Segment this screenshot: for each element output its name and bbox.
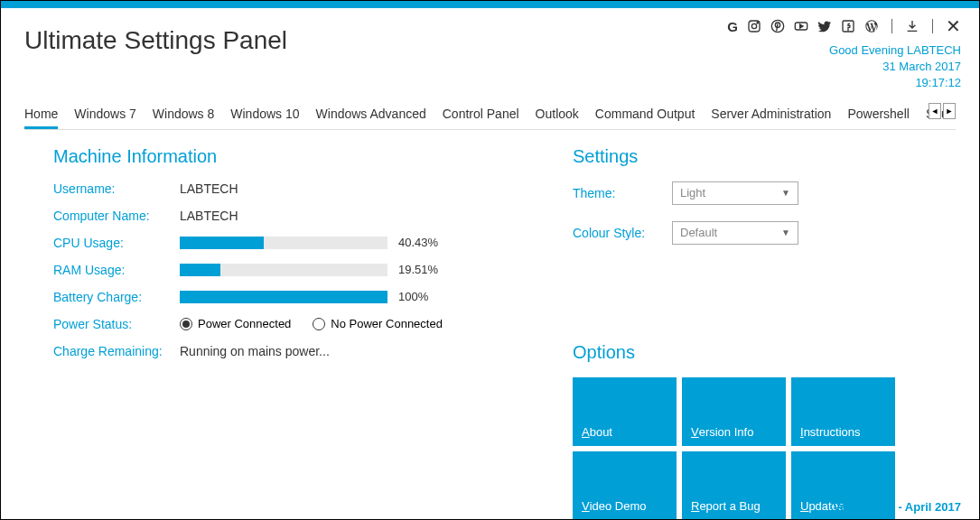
close-icon[interactable]: ✕ xyxy=(946,15,961,37)
colour-style-label: Colour Style: xyxy=(573,226,672,240)
battery-progress-bar xyxy=(180,291,387,303)
chevron-down-icon: ▼ xyxy=(781,228,790,237)
username-label: Username: xyxy=(53,181,180,196)
cpu-percent-text: 40.43% xyxy=(398,236,438,249)
instagram-icon[interactable] xyxy=(747,19,761,33)
twitter-icon[interactable] xyxy=(817,19,832,33)
version-text: Version 5.5 - April 2017 xyxy=(833,500,961,514)
greeting-date: 31 March 2017 xyxy=(727,59,961,75)
cpu-label: CPU Usage: xyxy=(53,236,180,250)
ram-progress-bar xyxy=(180,264,387,276)
charge-remaining-label: Charge Remaining: xyxy=(53,344,180,358)
theme-dropdown[interactable]: Light ▼ xyxy=(672,181,798,205)
option-tile-video-demo[interactable]: Video Demo xyxy=(573,451,677,520)
username-value: LABTECH xyxy=(180,181,238,196)
machine-info-title: Machine Information xyxy=(53,146,509,167)
google-icon[interactable]: G xyxy=(727,19,738,34)
tab-scroll-right[interactable]: ► xyxy=(943,103,956,119)
option-tile-about[interactable]: About xyxy=(573,377,677,446)
tab-powershell[interactable]: Powershell xyxy=(847,101,909,129)
power-connected-radio[interactable]: Power Connected xyxy=(180,317,291,330)
tab-windows-10[interactable]: Windows 10 xyxy=(230,101,299,129)
power-status-label: Power Status: xyxy=(53,317,180,331)
tab-outlook[interactable]: Outlook xyxy=(536,101,579,129)
battery-label: Battery Charge: xyxy=(53,290,180,304)
option-tile-version-info[interactable]: Version Info xyxy=(682,377,786,446)
tab-windows-8[interactable]: Windows 8 xyxy=(153,101,214,129)
tab-control-panel[interactable]: Control Panel xyxy=(443,101,519,129)
tab-server-administration[interactable]: Server Administration xyxy=(711,101,831,129)
chevron-down-icon: ▼ xyxy=(781,188,790,198)
youtube-icon[interactable] xyxy=(794,19,808,33)
download-icon[interactable] xyxy=(905,19,919,33)
app-title: Ultimate Settings Panel xyxy=(24,26,287,55)
option-tile-instructions[interactable]: Instructions xyxy=(791,377,895,446)
svg-point-1 xyxy=(751,23,756,28)
facebook-icon[interactable] xyxy=(841,19,855,33)
tab-home[interactable]: Home xyxy=(24,101,58,129)
wordpress-icon[interactable] xyxy=(864,19,879,33)
ram-percent-text: 19.51% xyxy=(398,263,438,276)
options-title: Options xyxy=(573,342,943,363)
greeting-time: 19:17:12 xyxy=(727,75,961,91)
charge-remaining-value: Running on mains power... xyxy=(180,344,330,358)
svg-point-2 xyxy=(757,23,758,23)
tab-bar: HomeWindows 7Windows 8Windows 10Windows … xyxy=(24,101,956,130)
computer-value: LABTECH xyxy=(180,209,238,223)
no-power-connected-radio[interactable]: No Power Connected xyxy=(313,317,443,330)
colour-style-dropdown[interactable]: Default ▼ xyxy=(672,221,798,245)
battery-percent-text: 100% xyxy=(398,290,428,303)
option-tile-report-a-bug[interactable]: Report a Bug xyxy=(682,451,786,520)
cpu-progress-bar xyxy=(180,237,387,249)
tab-windows-7[interactable]: Windows 7 xyxy=(74,101,135,129)
settings-title: Settings xyxy=(573,146,943,167)
greeting-text: Good Evening LABTECH xyxy=(727,42,961,59)
pinterest-icon[interactable] xyxy=(770,19,785,33)
ram-label: RAM Usage: xyxy=(53,263,180,277)
computer-label: Computer Name: xyxy=(53,209,180,223)
tab-command-output[interactable]: Command Output xyxy=(595,101,695,129)
tab-windows-advanced[interactable]: Windows Advanced xyxy=(316,101,426,129)
tab-scroll-left[interactable]: ◄ xyxy=(929,103,941,119)
theme-label: Theme: xyxy=(573,186,672,200)
